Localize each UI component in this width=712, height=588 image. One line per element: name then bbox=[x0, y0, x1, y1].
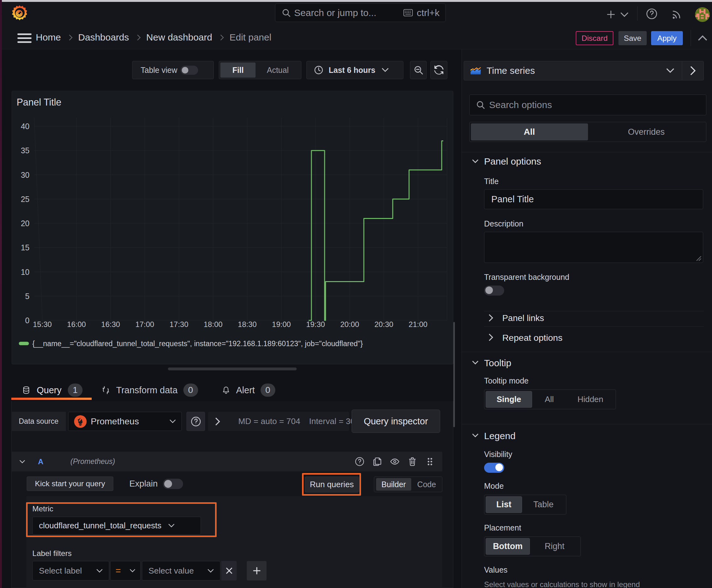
svg-text:16:00: 16:00 bbox=[67, 320, 86, 329]
svg-text:19:00: 19:00 bbox=[272, 320, 291, 329]
svg-text:18:00: 18:00 bbox=[204, 320, 222, 329]
svg-text:15: 15 bbox=[21, 243, 29, 252]
svg-text:30: 30 bbox=[21, 171, 29, 180]
svg-text:0: 0 bbox=[25, 316, 29, 325]
svg-text:20: 20 bbox=[21, 219, 29, 228]
svg-text:17:30: 17:30 bbox=[170, 320, 188, 329]
svg-text:19:30: 19:30 bbox=[306, 320, 325, 329]
svg-text:17:00: 17:00 bbox=[135, 320, 154, 329]
svg-text:16:30: 16:30 bbox=[101, 320, 120, 329]
svg-text:5: 5 bbox=[25, 292, 29, 300]
svg-text:10: 10 bbox=[21, 268, 29, 276]
svg-text:40: 40 bbox=[21, 122, 29, 131]
svg-text:35: 35 bbox=[21, 146, 29, 155]
svg-text:18:30: 18:30 bbox=[238, 320, 257, 329]
svg-text:20:00: 20:00 bbox=[340, 320, 359, 329]
svg-text:25: 25 bbox=[21, 195, 29, 204]
svg-text:15:30: 15:30 bbox=[33, 320, 52, 329]
svg-text:21:00: 21:00 bbox=[409, 320, 428, 329]
svg-text:20:30: 20:30 bbox=[374, 320, 393, 329]
svg-text:{__name__="cloudflared_tunnel_: {__name__="cloudflared_tunnel_total_requ… bbox=[33, 339, 363, 348]
